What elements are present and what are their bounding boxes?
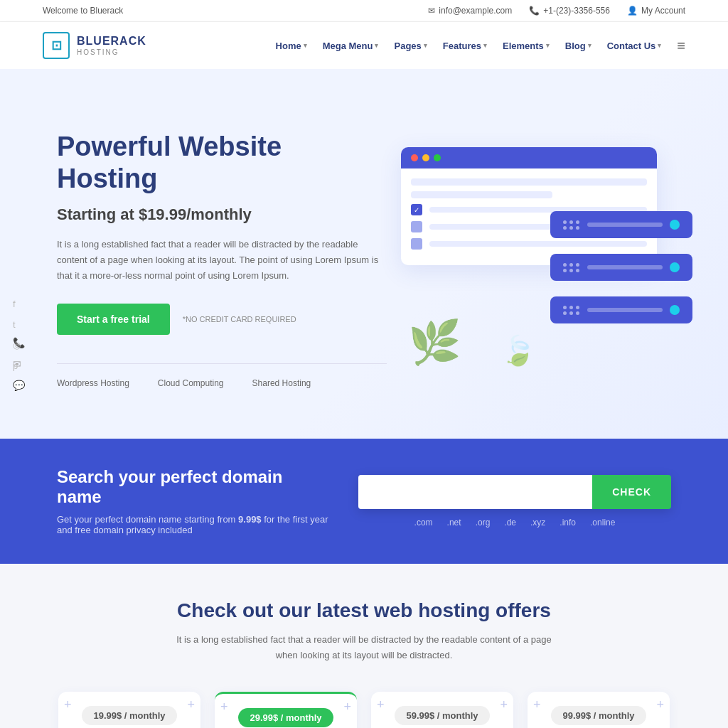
domain-section: Search your perfect domain name Get your… (0, 439, 728, 564)
nav-contact-us[interactable]: Contact Us ▾ (607, 41, 662, 51)
tab-shared[interactable]: Shared Hosting (252, 375, 311, 391)
server-line-1 (587, 223, 663, 227)
nav-blog[interactable]: Blog ▾ (565, 41, 592, 51)
dot-green (434, 154, 441, 161)
server-circle-3 (670, 305, 680, 315)
social-icons-panel: f t ◎ p (13, 299, 21, 371)
offers-section: Check out our latest web hosting offers … (0, 564, 728, 728)
nav-home[interactable]: Home ▾ (276, 41, 307, 51)
domain-text: Search your perfect domain name Get your… (57, 467, 330, 535)
check-line-3 (429, 241, 647, 247)
domain-title: Search your perfect domain name (57, 467, 330, 507)
phone-info: 📞 +1-(23)-3356-556 (529, 6, 610, 16)
pricing-badge-4: 99.99$ / monthly (551, 706, 646, 725)
account-label: My Account (641, 6, 685, 16)
tab-wordpress[interactable]: Wordpress Hosting (57, 375, 129, 391)
domain-input[interactable] (358, 475, 592, 509)
pricing-badge-2: 29.99$ / monthly (238, 708, 333, 727)
plus-tl-2: + (220, 700, 228, 714)
domain-search: CHECK .com .net .org .de .xyz .info .onl… (358, 475, 671, 528)
twitter-icon[interactable]: t (13, 319, 21, 330)
pricing-badge-1: 19.99$ / monthly (82, 706, 176, 725)
pricing-row: + + 19.99$ / monthly + + + + 29.99$ / mo… (43, 692, 685, 728)
tab-cloud[interactable]: Cloud Computing (158, 375, 224, 391)
domain-check-button[interactable]: CHECK (592, 475, 671, 509)
hero-title: Powerful Website Hosting (57, 131, 387, 196)
plus-tr-2: + (343, 700, 351, 714)
nav-features[interactable]: Features ▾ (443, 41, 487, 51)
browser-row-1 (411, 178, 647, 186)
checkbox-2 (411, 221, 422, 232)
nav-links: Home ▾ Mega Menu ▾ Pages ▾ Features ▾ El… (276, 38, 685, 54)
domain-description: Get your perfect domain name starting fr… (57, 514, 330, 535)
domain-inner: Search your perfect domain name Get your… (57, 467, 671, 535)
account-info[interactable]: 👤 My Account (627, 6, 685, 16)
facebook-icon[interactable]: f (13, 299, 21, 309)
pinterest-icon[interactable]: p (13, 360, 21, 371)
browser-titlebar (401, 147, 657, 168)
ext-info: .info (560, 518, 576, 528)
plant-right-icon: 🍃 (500, 334, 536, 368)
dot-red (411, 154, 418, 161)
chat-side-icon[interactable]: 💬 (13, 380, 25, 391)
navbar: ⊡ BLUERACK HOSTING Home ▾ Mega Menu ▾ Pa… (0, 22, 728, 69)
nav-mega-menu[interactable]: Mega Menu ▾ (323, 41, 379, 51)
account-icon: 👤 (627, 6, 638, 16)
server-card-2 (550, 254, 692, 281)
brand-sub: HOSTING (77, 48, 146, 57)
no-credit-card-text: *NO CREDIT CARD REQUIRED (183, 315, 296, 323)
topbar: Welcome to Bluerack ✉ info@example.com 📞… (0, 0, 728, 22)
checkbox-checked: ✓ (411, 204, 422, 215)
pricing-card-2: + + 29.99$ / monthly + + (215, 692, 357, 728)
logo: ⊡ BLUERACK HOSTING (43, 32, 146, 59)
browser-mockup: ✓ (401, 147, 657, 265)
hero-cta: Start a free trial *NO CREDIT CARD REQUI… (57, 304, 387, 335)
nav-pages[interactable]: Pages ▾ (394, 41, 427, 51)
checkbox-3 (411, 238, 422, 250)
pricing-badge-3: 59.99$ / monthly (395, 706, 489, 725)
free-trial-button[interactable]: Start a free trial (57, 304, 170, 335)
dot-yellow (422, 154, 429, 161)
welcome-text: Welcome to Bluerack (43, 6, 123, 16)
domain-price: 9.99$ (238, 514, 262, 525)
ext-de: .de (504, 518, 516, 528)
phone-icon: 📞 (529, 6, 540, 16)
plus-tl-1: + (64, 697, 72, 712)
logo-icon: ⊡ (43, 32, 70, 59)
instagram-icon[interactable]: ◎ (13, 340, 21, 350)
topbar-right: ✉ info@example.com 📞 +1-(23)-3356-556 👤 … (428, 6, 685, 16)
server-line-2 (587, 265, 663, 269)
phone-number: +1-(23)-3356-556 (543, 6, 610, 16)
hamburger-icon[interactable]: ≡ (677, 38, 685, 54)
domain-extensions: .com .net .org .de .xyz .info .online (358, 518, 671, 528)
hero-section: Powerful Website Hosting Starting at $19… (0, 69, 728, 439)
plus-tl-4: + (533, 697, 541, 712)
server-dots-1 (563, 220, 580, 230)
nav-elements[interactable]: Elements ▾ (503, 41, 550, 51)
offers-description: It is a long established fact that a rea… (172, 632, 556, 663)
email-icon: ✉ (428, 6, 435, 16)
pricing-card-1: + + 19.99$ / monthly + + (58, 692, 200, 728)
ext-org: .org (476, 518, 491, 528)
hero-subtitle: Starting at $19.99/monthly (57, 205, 387, 224)
server-line-3 (587, 308, 663, 312)
plus-tl-3: + (377, 697, 385, 712)
plus-tr-1: + (187, 697, 195, 712)
server-circle-2 (670, 262, 680, 272)
offers-title: Check out our latest web hosting offers (43, 599, 685, 622)
ext-online: .online (590, 518, 615, 528)
hero-tabs: Wordpress Hosting Cloud Computing Shared… (57, 363, 387, 391)
plus-tr-3: + (500, 697, 508, 712)
server-card-3 (550, 296, 692, 323)
ext-com: .com (414, 518, 433, 528)
server-dots-2 (563, 263, 580, 272)
plus-tr-4: + (656, 697, 664, 712)
server-circle-1 (670, 220, 680, 230)
brand-name: BLUERACK (77, 34, 146, 48)
domain-input-row: CHECK (358, 475, 671, 509)
email-info: ✉ info@example.com (428, 6, 512, 16)
plant-left-icon: 🌿 (408, 317, 461, 368)
browser-checkbox-row-3 (411, 238, 647, 250)
hero-description: It is a long established fact that a rea… (57, 237, 387, 284)
email-address: info@example.com (439, 6, 512, 16)
